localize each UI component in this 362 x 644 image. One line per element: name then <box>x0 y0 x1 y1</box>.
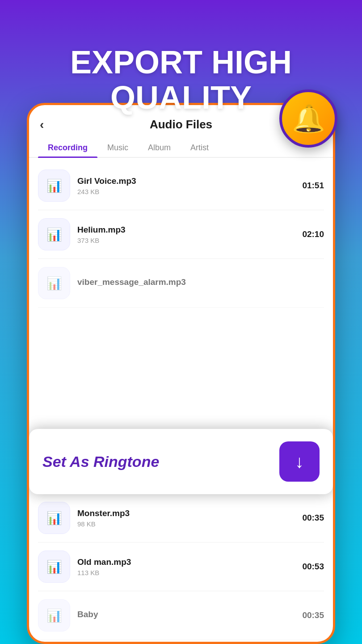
audio-info: Helium.mp3 373 KB <box>77 225 295 244</box>
audio-size: 113 KB <box>77 569 295 576</box>
set-ringtone-label: Set As Ringtone <box>42 453 159 470</box>
audio-duration: 00:35 <box>302 610 324 620</box>
audio-duration: 00:53 <box>302 562 324 572</box>
download-button[interactable]: ↓ <box>279 441 320 482</box>
audio-name: Monster.mp3 <box>77 508 295 518</box>
bell-badge[interactable]: 🔔 <box>279 89 337 148</box>
list-item[interactable]: 📊 Girl Voice.mp3 243 KB 01:51 <box>38 161 324 210</box>
audio-info: Old man.mp3 113 KB <box>77 557 295 576</box>
audio-name: Girl Voice.mp3 <box>77 176 295 186</box>
audio-duration: 01:51 <box>302 181 324 191</box>
audio-name: viber_message_alarm.mp3 <box>77 277 324 287</box>
waveform-icon: 📊 <box>46 227 62 242</box>
list-item[interactable]: 📊 Old man.mp3 113 KB 00:53 <box>38 542 324 591</box>
list-item[interactable]: 📊 viber_message_alarm.mp3 <box>38 259 324 308</box>
list-item[interactable]: 📊 Baby 00:35 <box>38 591 324 640</box>
waveform-icon: 📊 <box>46 559 62 574</box>
audio-size: 373 KB <box>77 237 295 244</box>
bell-icon: 🔔 <box>292 103 325 135</box>
phone-container: ‹ Audio Files Recording Music Album Arti… <box>27 103 335 644</box>
audio-icon-box: 📊 <box>38 599 70 631</box>
audio-icon-box: 📊 <box>38 267 70 299</box>
audio-icon-box: 📊 <box>38 218 70 250</box>
audio-size: 243 KB <box>77 188 295 195</box>
audio-icon-box: 📊 <box>38 502 70 534</box>
set-ringtone-banner: Set As Ringtone ↓ <box>29 429 333 494</box>
audio-name: Baby <box>77 610 295 619</box>
audio-size: 98 KB <box>77 520 295 528</box>
audio-info: viber_message_alarm.mp3 <box>77 277 324 289</box>
list-item[interactable]: 📊 Monster.mp3 98 KB 00:35 <box>38 494 324 542</box>
audio-icon-box: 📊 <box>38 551 70 583</box>
audio-info: Girl Voice.mp3 243 KB <box>77 176 295 195</box>
audio-icon-box: 📊 <box>38 169 70 202</box>
audio-duration: 02:10 <box>302 229 324 239</box>
audio-duration: 00:35 <box>302 513 324 523</box>
waveform-icon: 📊 <box>46 178 62 193</box>
audio-info: Monster.mp3 98 KB <box>77 508 295 528</box>
audio-info: Baby <box>77 610 295 621</box>
download-icon: ↓ <box>295 452 304 472</box>
waveform-icon: 📊 <box>46 511 62 525</box>
audio-name: Helium.mp3 <box>77 225 295 235</box>
list-item[interactable]: 📊 Helium.mp3 373 KB 02:10 <box>38 210 324 259</box>
audio-list: 📊 Girl Voice.mp3 243 KB 01:51 📊 Helium.m… <box>29 161 333 308</box>
audio-name: Old man.mp3 <box>77 557 295 567</box>
waveform-icon: 📊 <box>46 608 62 623</box>
waveform-icon: 📊 <box>46 276 62 291</box>
